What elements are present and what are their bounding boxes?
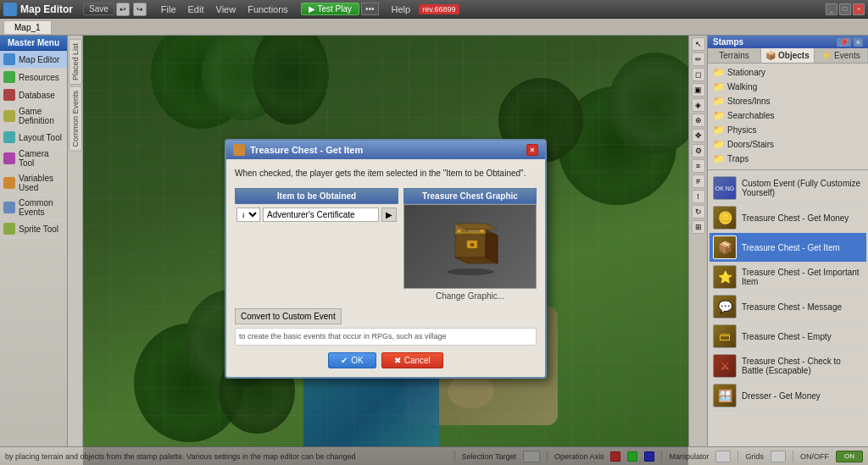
folder-icon: 📁 bbox=[713, 96, 725, 107]
placed-list-tab[interactable]: Placed List bbox=[69, 39, 82, 85]
treasure-chest-dialog: Treasure Chest - Get Item × When checked… bbox=[225, 139, 547, 379]
sidebar-item-resources[interactable]: Resources bbox=[0, 69, 67, 86]
tool-rotate[interactable]: ↻ bbox=[692, 205, 705, 219]
convert-to-custom-event-button[interactable]: Convert to Custom Event bbox=[235, 308, 342, 324]
sidebar-item-common-events[interactable]: Common Events bbox=[0, 196, 67, 220]
category-physics[interactable]: 📁 Physics bbox=[709, 123, 866, 137]
tab-events[interactable]: ⚡ Events bbox=[815, 48, 868, 63]
tab-terrains[interactable]: Terrains bbox=[708, 48, 761, 63]
top-bar: Map Editor Save ↩ ↪ File Edit View Funct… bbox=[0, 0, 868, 19]
ok-label: OK bbox=[351, 356, 363, 365]
chest-important-icon: ⭐ bbox=[718, 270, 732, 284]
dialog-icon bbox=[233, 144, 245, 156]
grids-label: Grids bbox=[745, 452, 764, 461]
on-off-toggle[interactable]: ON bbox=[836, 451, 863, 462]
map-area[interactable]: Treasure Chest - Get Item × When checked… bbox=[83, 36, 688, 465]
sidebar-item-variables[interactable]: Variables Used bbox=[0, 171, 67, 196]
item-browse-button[interactable]: ▶ bbox=[381, 208, 397, 222]
sidebar-item-map-editor[interactable]: Map Editor bbox=[0, 51, 67, 69]
category-doors[interactable]: 📁 Doors/Stairs bbox=[709, 137, 866, 152]
cancel-label: Cancel bbox=[404, 356, 431, 365]
dialog-close-button[interactable]: × bbox=[526, 144, 538, 156]
undo-button[interactable]: ↩ bbox=[116, 3, 130, 16]
graphic-panel-header: Treasure Chest Graphic bbox=[403, 188, 537, 204]
map-tab[interactable]: Map_1 bbox=[3, 20, 52, 34]
tool-layers[interactable]: ≡ bbox=[692, 159, 705, 173]
minimize-button[interactable]: _ bbox=[826, 3, 837, 15]
tool-move[interactable]: ✥ bbox=[692, 129, 705, 142]
tool-fill[interactable]: ▣ bbox=[692, 83, 705, 97]
menu-view[interactable]: View bbox=[211, 3, 242, 16]
category-searchables[interactable]: 📁 Searchables bbox=[709, 108, 866, 123]
category-stores[interactable]: 📁 Stores/Inns bbox=[709, 94, 866, 108]
tool-grid[interactable]: # bbox=[692, 174, 705, 188]
chest-message-icon: 💬 bbox=[718, 300, 732, 313]
maximize-button[interactable]: □ bbox=[839, 3, 851, 15]
ok-checkmark-icon: ✔ bbox=[341, 356, 348, 365]
folder-icon: 📁 bbox=[713, 153, 725, 164]
test-play-button[interactable]: ▶ Test Play bbox=[301, 3, 359, 15]
map-editor-icon bbox=[3, 53, 15, 65]
layout-tool-icon bbox=[3, 131, 15, 143]
redo-button[interactable]: ↪ bbox=[133, 3, 147, 16]
save-button[interactable]: Save bbox=[83, 3, 114, 15]
menu-functions[interactable]: Functions bbox=[242, 3, 293, 16]
stamp-get-money[interactable]: 🪙 Treasure Chest - Get Money bbox=[709, 203, 866, 233]
category-stationary[interactable]: 📁 Stationary bbox=[709, 65, 866, 80]
stamp-label: Treasure Chest - Message bbox=[742, 302, 842, 312]
chest-empty-icon: 🗃 bbox=[719, 329, 731, 343]
item-type-select[interactable]: a b c bbox=[236, 208, 260, 222]
stamp-get-important-item[interactable]: ⭐ Treasure Chest - Get Important Item bbox=[709, 263, 866, 292]
resources-icon bbox=[3, 71, 15, 83]
stamps-pin-button[interactable]: 📌 bbox=[837, 38, 851, 47]
change-graphic-button[interactable]: Change Graphic... bbox=[403, 289, 537, 303]
stamp-empty[interactable]: 🗃 Treasure Chest - Empty bbox=[709, 322, 866, 352]
stamps-separator bbox=[708, 169, 868, 170]
ok-button[interactable]: ✔ OK bbox=[328, 352, 376, 368]
stamp-check-battle[interactable]: ⚔ Treasure Chest - Check to Battle (Esca… bbox=[709, 352, 866, 381]
item-name-input[interactable] bbox=[263, 208, 379, 222]
app-title: Map Editor bbox=[20, 3, 73, 15]
tool-settings[interactable]: ⚙ bbox=[692, 144, 705, 158]
stamp-get-item[interactable]: 📦 Treasure Chest - Get Item bbox=[709, 233, 866, 263]
stamp-custom-event[interactable]: OK NG Custom Event (Fully Customize Your… bbox=[709, 174, 866, 203]
sidebar-item-label: Game Definition bbox=[19, 107, 64, 125]
dresser-money-icon: 🪟 bbox=[718, 389, 732, 402]
category-traps[interactable]: 📁 Traps bbox=[709, 152, 866, 166]
common-events-tab[interactable]: Common Events bbox=[69, 86, 82, 152]
sidebar-item-database[interactable]: Database bbox=[0, 86, 67, 104]
graphic-preview bbox=[403, 204, 537, 289]
sidebar-item-sprite-tool[interactable]: Sprite Tool bbox=[0, 220, 67, 238]
menu-help[interactable]: Help bbox=[387, 3, 416, 16]
left-sidebar: Master Menu Map Editor Resources Databas… bbox=[0, 36, 68, 465]
category-walking[interactable]: 📁 Walking bbox=[709, 80, 866, 94]
tool-eyedropper[interactable]: ◈ bbox=[692, 98, 705, 112]
grids-button[interactable] bbox=[771, 451, 786, 462]
sidebar-item-layout-tool[interactable]: Layout Tool bbox=[0, 129, 67, 147]
manipulator-button[interactable] bbox=[715, 451, 731, 462]
tool-event[interactable]: ! bbox=[692, 190, 705, 203]
tool-zoom[interactable]: ⊕ bbox=[692, 113, 705, 127]
sidebar-item-camera-tool[interactable]: Camera Tool bbox=[0, 147, 67, 171]
more-options-button[interactable]: ••• bbox=[361, 3, 379, 15]
stamp-message[interactable]: 💬 Treasure Chest - Message bbox=[709, 292, 866, 322]
sprite-tool-icon bbox=[3, 223, 15, 235]
close-button[interactable]: × bbox=[853, 3, 865, 15]
tool-eraser[interactable]: ◻ bbox=[692, 68, 705, 81]
sidebar-item-label: Database bbox=[19, 91, 55, 100]
stamp-dresser-money[interactable]: 🪟 Dresser - Get Money bbox=[709, 381, 866, 411]
stamp-thumb: 🗃 bbox=[713, 324, 737, 348]
stamps-close-button[interactable]: × bbox=[854, 38, 863, 47]
dialog-description: When checked, the player gets the item s… bbox=[235, 168, 537, 180]
sidebar-item-game-definition[interactable]: Game Definition bbox=[0, 104, 67, 129]
tool-pencil[interactable]: ✏ bbox=[692, 53, 705, 66]
cancel-button[interactable]: ✖ Cancel bbox=[381, 352, 443, 368]
stamp-thumb: ⚔ bbox=[713, 354, 737, 378]
tool-pointer[interactable]: ↖ bbox=[692, 37, 705, 51]
stamps-list: OK NG Custom Event (Fully Customize Your… bbox=[708, 172, 868, 465]
tab-objects[interactable]: 📦 Objects bbox=[761, 48, 815, 63]
tool-extra[interactable]: ⊞ bbox=[692, 220, 705, 234]
stamp-label: Treasure Chest - Get Money bbox=[742, 213, 849, 223]
menu-edit[interactable]: Edit bbox=[183, 3, 209, 16]
menu-file[interactable]: File bbox=[156, 3, 181, 16]
